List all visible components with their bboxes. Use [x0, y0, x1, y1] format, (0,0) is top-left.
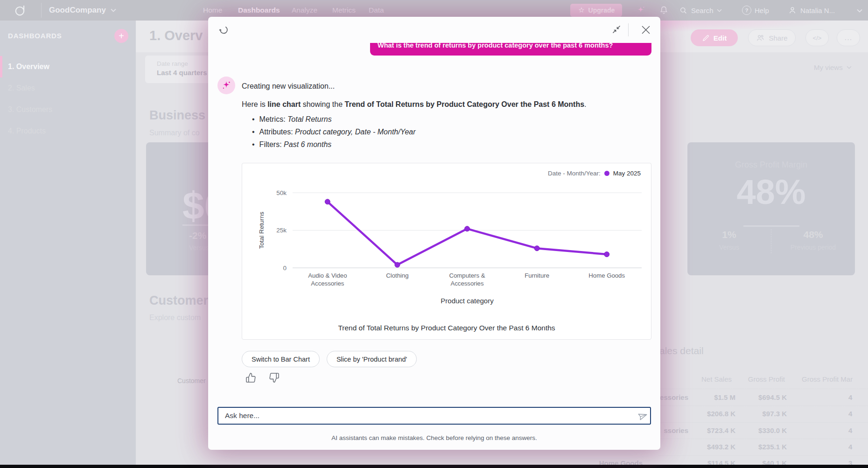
svg-text:Clothing: Clothing	[386, 272, 408, 279]
bullet-filters: Filters: Past 6 months	[252, 138, 416, 151]
ai-disclaimer: AI assistants can make mistakes. Check b…	[208, 434, 660, 441]
margin-kpi-value: 48%	[687, 172, 855, 212]
assistant-answer-text: Here is line chart showing the Trend of …	[242, 100, 587, 109]
slice-by-product-brand-button[interactable]: Slice by 'Product brand'	[327, 351, 417, 367]
thumbs-up-icon[interactable]	[245, 372, 256, 383]
chevron-down-icon[interactable]	[857, 9, 862, 13]
upgrade-label: Upgrade	[588, 7, 615, 14]
sidebar-title: DASHBOARDS	[8, 32, 62, 40]
bell-icon[interactable]	[659, 5, 669, 15]
bullet-metrics: Metrics: Total Returns	[252, 113, 416, 126]
suggestion-buttons: Switch to Bar Chart Slice by 'Product br…	[242, 351, 417, 367]
margin-cell: 4	[848, 393, 852, 401]
svg-text:Accessories: Accessories	[450, 280, 483, 287]
my-views-label: My views	[814, 63, 843, 71]
row-separator	[658, 439, 868, 439]
nav-divider	[41, 3, 42, 18]
bullet-value: Product category, Date - Month/Year	[295, 128, 416, 136]
legend-dot	[604, 171, 609, 176]
row-separator	[658, 389, 868, 389]
search-control[interactable]: Search	[679, 0, 722, 21]
margin-kpi-delta-label: Versus	[687, 244, 771, 251]
bullet-label: Attributes:	[259, 128, 295, 136]
chevron-down-icon	[111, 8, 116, 12]
user-question-text: What is the trend of returns by product …	[370, 43, 651, 53]
header-divider	[628, 23, 629, 36]
share-people-icon	[756, 34, 765, 42]
feedback-controls	[245, 372, 280, 383]
switch-to-bar-chart-button[interactable]: Switch to Bar Chart	[242, 351, 320, 367]
legend-label: Date - Month/Year:	[548, 170, 601, 177]
pencil-icon	[702, 34, 710, 42]
revenue-kpi-delta: -2%	[189, 230, 206, 241]
margin-cell: 4	[848, 443, 852, 451]
svg-text:Audio & Video: Audio & Video	[308, 272, 347, 279]
business-section-subtitle: Summary of co	[149, 129, 200, 137]
sidebar-item-products[interactable]: 4. Products	[0, 120, 136, 142]
share-label: Share	[769, 34, 787, 42]
send-icon[interactable]	[637, 410, 649, 421]
column-header-margin[interactable]: Gross Profit Mar	[802, 375, 868, 383]
edit-label: Edit	[714, 34, 727, 42]
svg-text:Furniture: Furniture	[525, 272, 549, 279]
margin-kpi-previous-label: Previous period	[771, 244, 855, 251]
upgrade-button[interactable]: Upgrade	[570, 4, 622, 17]
chart-legend[interactable]: Date - Month/Year: May 2025	[548, 170, 641, 177]
bullet-label: Metrics:	[259, 115, 287, 123]
add-dashboard-button[interactable]: +	[114, 29, 128, 43]
sidebar-item-sales[interactable]: 2. Sales	[0, 77, 136, 99]
more-options-button[interactable]: ...	[837, 29, 860, 46]
reset-conversation-button[interactable]	[217, 22, 231, 36]
dashboards-sidebar: DASHBOARDS + 1. Overview 2. Sales 3. Cus…	[0, 21, 136, 465]
help-icon: ?	[742, 6, 751, 15]
customer-section-subtitle: Explore custom	[149, 314, 201, 322]
page-title: 1. Overv	[149, 28, 203, 43]
ask-input[interactable]	[217, 407, 651, 425]
chart-title: Trend of Total Returns by Product Catego…	[242, 324, 651, 332]
workspace-switcher[interactable]: GoodCompany	[49, 0, 116, 21]
sparkle-icon	[221, 80, 232, 91]
user-menu[interactable]: Natalia N...	[788, 0, 835, 21]
table-title: ales detail	[659, 345, 704, 356]
ai-avatar	[217, 77, 235, 94]
gooddata-logo-icon[interactable]	[14, 4, 26, 16]
legend-series-name: May 2025	[613, 170, 641, 177]
answer-suffix: .	[584, 100, 586, 108]
kpi-underline	[743, 225, 799, 227]
customer-table-hint: Customer	[177, 377, 206, 384]
answer-chart-title: Trend of Total Returns by Product Catego…	[345, 100, 585, 108]
margin-cell: 4	[848, 410, 852, 418]
row-separator	[658, 422, 868, 423]
gross-profit-cell: $694.5 K	[721, 393, 787, 401]
answer-middle: showing the	[301, 100, 344, 108]
ai-sparkle-icon[interactable]	[636, 5, 646, 15]
bullet-value: Total Returns	[287, 115, 332, 123]
answer-bullet-list: Metrics: Total Returns Attributes: Produ…	[252, 113, 416, 151]
revenue-kpi-delta-label: Versus	[189, 244, 209, 251]
close-icon[interactable]	[639, 23, 652, 36]
line-chart-svg[interactable]: 025k50kTotal ReturnsAudio & VideoAccesso…	[242, 183, 652, 310]
column-header-gross-profit[interactable]: Gross Profit	[719, 375, 785, 383]
sidebar-item-overview[interactable]: 1. Overview	[0, 56, 136, 77]
gross-profit-cell: $235.1 K	[721, 443, 787, 451]
svg-text:Accessories: Accessories	[311, 280, 344, 287]
chevron-down-icon	[847, 66, 852, 69]
my-views-dropdown[interactable]: My views	[814, 63, 852, 71]
row-separator	[658, 405, 868, 406]
workspace-name: GoodCompany	[49, 6, 106, 15]
svg-text:0: 0	[283, 265, 287, 272]
margin-kpi-previous: 48%	[771, 229, 855, 240]
svg-text:Product category: Product category	[441, 297, 494, 305]
gross-profit-cell: $97.3 K	[721, 410, 787, 418]
svg-text:Computers &: Computers &	[449, 272, 485, 279]
margin-kpi-card: Gross Profit Margin 48% 1% Versus 48% Pr…	[687, 142, 855, 275]
date-range-label: Date range	[157, 60, 188, 67]
margin-kpi-title: Gross Profit Margin	[687, 160, 855, 170]
help-control[interactable]: ? Help	[742, 0, 769, 21]
bullet-label: Filters:	[259, 140, 284, 148]
sidebar-item-customers[interactable]: 3. Customers	[0, 99, 136, 120]
collapse-dialog-button[interactable]	[610, 23, 623, 35]
thumbs-down-icon[interactable]	[269, 372, 280, 383]
answer-chart-type: line chart	[267, 100, 301, 108]
svg-text:Home Goods: Home Goods	[588, 272, 625, 279]
